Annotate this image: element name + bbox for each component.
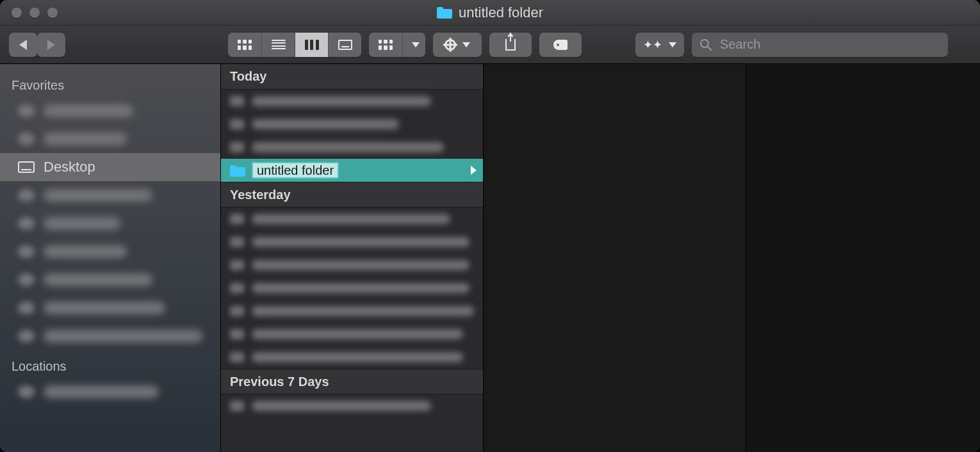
close-window-button[interactable] (12, 8, 22, 18)
file-column-empty (484, 64, 746, 452)
chevron-right-icon (471, 166, 477, 175)
arrange-group (369, 33, 425, 57)
list-view-button[interactable] (261, 33, 295, 57)
svg-point-0 (701, 40, 708, 47)
forward-button[interactable] (37, 33, 65, 57)
file-row[interactable] (221, 394, 483, 417)
dropbox-icon: ✦✦ (643, 39, 662, 51)
view-switcher (228, 33, 361, 57)
sidebar-item[interactable] (0, 209, 220, 238)
sidebar-item[interactable] (0, 294, 220, 322)
window-body: Favorites Desktop Locations Today (0, 64, 980, 452)
group-header-yesterday: Yesterday (221, 182, 483, 207)
file-row[interactable] (221, 113, 483, 136)
window-title-text: untitled folder (459, 4, 543, 21)
file-row[interactable] (221, 230, 483, 254)
group-header-prev7: Previous 7 Days (221, 369, 483, 394)
desktop-icon (18, 161, 35, 173)
icon-view-button[interactable] (228, 33, 261, 57)
action-group (433, 33, 482, 57)
file-row[interactable] (221, 90, 483, 113)
window-title: untitled folder (0, 4, 980, 21)
file-row[interactable] (221, 207, 483, 230)
preview-column (746, 64, 980, 452)
grid-icon (238, 40, 252, 50)
zoom-window-button[interactable] (47, 8, 58, 18)
sidebar: Favorites Desktop Locations (0, 64, 221, 452)
sidebar-item[interactable] (0, 238, 220, 266)
traffic-lights (12, 8, 58, 18)
sidebar-item[interactable] (0, 378, 220, 406)
list-icon (272, 40, 286, 50)
file-row[interactable] (221, 300, 483, 323)
share-icon (505, 39, 516, 51)
sidebar-item[interactable] (0, 322, 220, 350)
back-button[interactable] (9, 33, 37, 57)
file-row[interactable] (221, 254, 483, 277)
folder-icon (437, 7, 452, 19)
nav-buttons (9, 33, 65, 57)
search-icon (699, 38, 712, 51)
group-header-today: Today (221, 64, 483, 90)
toolbar: ✦✦ (0, 26, 980, 64)
chevron-down-icon (462, 42, 470, 47)
gallery-icon (338, 40, 352, 50)
minimize-window-button[interactable] (29, 8, 40, 18)
tag-icon (553, 40, 568, 50)
columns-icon (305, 40, 319, 50)
rename-text: untitled folder (257, 163, 334, 178)
column-view-button[interactable] (295, 33, 328, 57)
file-row-selected[interactable]: untitled folder (221, 159, 483, 182)
sidebar-item[interactable] (0, 97, 220, 125)
action-menu-button[interactable] (433, 33, 482, 57)
file-row[interactable] (221, 323, 483, 346)
share-button[interactable] (489, 33, 532, 57)
arrange-button[interactable] (369, 33, 402, 57)
edit-tags-button[interactable] (539, 33, 582, 57)
sidebar-section-locations: Locations (0, 354, 220, 378)
sidebar-item[interactable] (0, 125, 220, 153)
dropbox-group: ✦✦ (635, 33, 684, 57)
sidebar-item[interactable] (0, 181, 220, 209)
file-row[interactable] (221, 277, 483, 300)
chevron-left-icon (19, 40, 27, 50)
gallery-view-button[interactable] (328, 33, 361, 57)
grid-icon (379, 40, 393, 50)
chevron-down-icon (669, 42, 676, 47)
rename-input[interactable]: untitled folder (252, 162, 339, 179)
titlebar[interactable]: untitled folder (0, 0, 980, 26)
share-group (489, 33, 532, 57)
search-input[interactable] (719, 36, 940, 52)
file-row[interactable] (221, 136, 483, 159)
svg-line-1 (708, 47, 712, 51)
sidebar-item-desktop[interactable]: Desktop (0, 153, 220, 181)
sidebar-item-label: Desktop (44, 159, 95, 175)
search-field[interactable] (692, 33, 948, 57)
file-column: Today untitled folder Yesterday Previous… (221, 64, 484, 452)
chevron-down-icon (412, 42, 420, 47)
finder-window: untitled folder (0, 0, 980, 452)
chevron-right-icon (47, 40, 55, 50)
file-row[interactable] (221, 346, 483, 369)
dropbox-button[interactable]: ✦✦ (635, 33, 684, 57)
sidebar-section-favorites: Favorites (0, 73, 220, 97)
sidebar-item[interactable] (0, 266, 220, 294)
arrange-menu-button[interactable] (402, 33, 425, 57)
tag-group (539, 33, 582, 57)
gear-icon (445, 39, 456, 51)
